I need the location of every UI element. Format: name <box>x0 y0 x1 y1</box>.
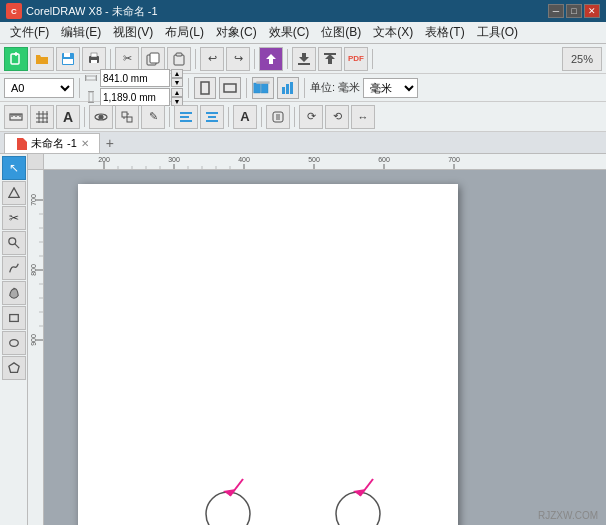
bar-chart-button[interactable] <box>277 77 299 99</box>
canvas-area: 200 300 400 500 600 700 <box>28 154 606 525</box>
cut-button[interactable]: ✂ <box>115 47 139 71</box>
menu-layout[interactable]: 布局(L) <box>159 22 210 43</box>
menu-effects[interactable]: 效果(C) <box>263 22 316 43</box>
close-button[interactable]: ✕ <box>584 4 600 18</box>
undo-button[interactable]: ↩ <box>200 47 224 71</box>
svg-marker-16 <box>325 54 335 64</box>
redo-button[interactable]: ↪ <box>226 47 250 71</box>
separator-p2 <box>188 78 189 98</box>
svg-rect-21 <box>89 92 93 102</box>
step-repeat3[interactable]: ↔ <box>351 105 375 129</box>
height-spinner[interactable]: ▲ ▼ <box>171 88 183 106</box>
minimize-button[interactable]: ─ <box>548 4 564 18</box>
ruler-left-svg: 700 800 900 <box>28 170 44 525</box>
menu-edit[interactable]: 编辑(E) <box>55 22 107 43</box>
separator <box>110 49 111 69</box>
svg-rect-29 <box>282 87 285 94</box>
freehand-tool-button[interactable] <box>2 256 26 280</box>
width-field: ▲ ▼ <box>85 69 183 87</box>
zoom-tool-button[interactable] <box>2 231 26 255</box>
open-button[interactable] <box>30 47 54 71</box>
sep-t3 <box>228 107 229 127</box>
svg-rect-53 <box>206 112 218 114</box>
svg-rect-51 <box>180 116 189 118</box>
ruler-tool[interactable] <box>4 105 28 129</box>
rectangle-tool-button[interactable] <box>2 306 26 330</box>
svg-rect-64 <box>9 315 18 322</box>
svg-rect-12 <box>176 53 182 56</box>
separator2 <box>195 49 196 69</box>
menu-object[interactable]: 对象(C) <box>210 22 263 43</box>
svg-rect-17 <box>324 53 336 55</box>
menu-text[interactable]: 文本(X) <box>367 22 419 43</box>
new-button[interactable] <box>4 47 28 71</box>
shape-tool-button[interactable] <box>2 181 26 205</box>
ruler-corner <box>28 154 44 170</box>
save-button[interactable] <box>56 47 80 71</box>
separator-p3 <box>246 78 247 98</box>
eye-tool[interactable] <box>89 105 113 129</box>
height-input[interactable] <box>100 88 170 106</box>
grid-tool[interactable] <box>30 105 54 129</box>
svg-rect-15 <box>298 63 310 65</box>
align-center[interactable] <box>200 105 224 129</box>
paste-button[interactable] <box>167 47 191 71</box>
svg-point-65 <box>9 340 18 347</box>
svg-marker-66 <box>8 363 18 372</box>
svg-rect-18 <box>86 76 96 80</box>
width-spinner[interactable]: ▲ ▼ <box>171 69 183 87</box>
object-style[interactable] <box>266 105 290 129</box>
step-repeat2[interactable]: ⟲ <box>325 105 349 129</box>
svg-text:700: 700 <box>30 194 37 206</box>
align-left[interactable] <box>174 105 198 129</box>
text-format[interactable]: A <box>233 105 257 129</box>
page-size-select[interactable]: A0 <box>4 78 74 98</box>
new-tab-button[interactable]: + <box>100 133 120 153</box>
svg-text:600: 600 <box>378 156 390 163</box>
document-tab[interactable]: 未命名 -1 ✕ <box>4 133 100 153</box>
unit-select[interactable]: 毫米 <box>363 78 418 98</box>
polygon-tool-button[interactable] <box>2 356 26 380</box>
all-pages-button[interactable] <box>252 77 274 99</box>
crop-tool-button[interactable]: ✂ <box>2 206 26 230</box>
circle-shape-1 <box>206 492 250 525</box>
step-repeat[interactable]: ⟳ <box>299 105 323 129</box>
import-button[interactable] <box>259 47 283 71</box>
text-tool[interactable]: A <box>56 105 80 129</box>
edit-tool[interactable]: ✎ <box>141 105 165 129</box>
maximize-button[interactable]: □ <box>566 4 582 18</box>
portrait-button[interactable] <box>194 77 216 99</box>
svg-rect-7 <box>91 53 97 57</box>
svg-rect-4 <box>64 53 70 57</box>
export-down-button[interactable] <box>292 47 316 71</box>
separator-p4 <box>304 78 305 98</box>
copy-button[interactable] <box>141 47 165 71</box>
svg-rect-55 <box>206 120 218 122</box>
export-up-button[interactable] <box>318 47 342 71</box>
smartfill-tool-button[interactable] <box>2 281 26 305</box>
unit-label: 单位: 毫米 <box>310 80 360 95</box>
window-controls: ─ □ ✕ <box>548 4 600 18</box>
print-button[interactable] <box>82 47 106 71</box>
ellipse-tool-button[interactable] <box>2 331 26 355</box>
separator4 <box>287 49 288 69</box>
pdf-button[interactable]: PDF <box>344 47 368 71</box>
menu-tools[interactable]: 工具(O) <box>471 22 524 43</box>
svg-rect-26 <box>254 83 261 93</box>
menu-bitmap[interactable]: 位图(B) <box>315 22 367 43</box>
menu-table[interactable]: 表格(T) <box>419 22 470 43</box>
width-input[interactable] <box>100 69 170 87</box>
select-tool-button[interactable]: ↖ <box>2 156 26 180</box>
menu-view[interactable]: 视图(V) <box>107 22 159 43</box>
sep-t4 <box>261 107 262 127</box>
menu-file[interactable]: 文件(F) <box>4 22 55 43</box>
tab-close-button[interactable]: ✕ <box>81 138 89 149</box>
landscape-button[interactable] <box>219 77 241 99</box>
zoom-input[interactable]: 25% <box>562 47 602 71</box>
title-bar: C CorelDRAW X8 - 未命名 -1 ─ □ ✕ <box>0 0 606 22</box>
snap-tool[interactable] <box>115 105 139 129</box>
svg-text:300: 300 <box>168 156 180 163</box>
svg-point-61 <box>8 238 15 245</box>
svg-text:900: 900 <box>30 334 37 346</box>
menu-bar: 文件(F) 编辑(E) 视图(V) 布局(L) 对象(C) 效果(C) 位图(B… <box>0 22 606 44</box>
